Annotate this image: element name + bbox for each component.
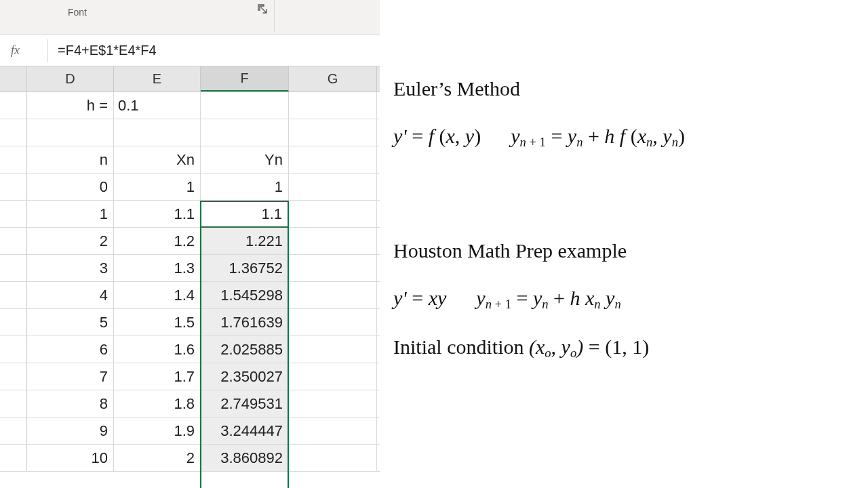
cell-xn[interactable]: 1.4	[114, 282, 201, 308]
table-row: 3 1.3 1.36752	[0, 255, 380, 282]
cell-xn[interactable]: 1.1	[114, 201, 201, 227]
row-header[interactable]	[0, 201, 27, 227]
row-header[interactable]	[0, 309, 27, 336]
cell-n[interactable]: 3	[27, 255, 114, 281]
cell[interactable]	[289, 228, 377, 254]
cell-grid[interactable]: h = 0.1 n Xn Yn 0 1 1 1	[0, 92, 380, 472]
cell-yn[interactable]: 3.244447	[201, 418, 289, 444]
cell-n[interactable]: 10	[27, 445, 114, 471]
cell[interactable]	[289, 445, 377, 471]
cell[interactable]	[289, 201, 377, 227]
grid-row	[0, 119, 380, 146]
column-header-F[interactable]: F	[201, 66, 289, 92]
row-header[interactable]	[0, 282, 27, 308]
cell-yn[interactable]: 2.350027	[201, 363, 289, 390]
cell-n[interactable]: 2	[27, 228, 114, 254]
example-equations: y' = xy yn + 1 = yn + h xn yn	[393, 287, 868, 312]
cell-xn[interactable]: 1.7	[114, 363, 201, 390]
column-header-G[interactable]: G	[289, 66, 377, 92]
initial-label: Initial condition	[393, 336, 529, 358]
cell[interactable]: h =	[27, 92, 114, 119]
ribbon-separator	[274, 0, 275, 32]
row-header[interactable]	[0, 174, 27, 200]
example-title: Houston Math Prep example	[393, 239, 868, 262]
cell-yn[interactable]: 3.860892	[201, 445, 289, 471]
row-header[interactable]	[0, 255, 27, 281]
cell[interactable]	[201, 119, 289, 146]
cell[interactable]	[289, 255, 377, 281]
row-header[interactable]	[0, 92, 27, 119]
cell[interactable]	[289, 174, 377, 200]
grid-row: n Xn Yn	[0, 146, 380, 174]
table-row: 7 1.7 2.350027	[0, 363, 380, 390]
cell[interactable]: 0.1	[114, 92, 201, 119]
cell-header-n[interactable]: n	[27, 146, 114, 173]
cell-n[interactable]: 0	[27, 174, 114, 200]
cell-xn[interactable]: 1.5	[114, 309, 201, 336]
cell-xn[interactable]: 1.6	[114, 336, 201, 363]
table-row: 9 1.9 3.244447	[0, 418, 380, 445]
cell-n[interactable]: 4	[27, 282, 114, 308]
row-header[interactable]	[0, 445, 27, 471]
row-header[interactable]	[0, 363, 27, 390]
table-row: 5 1.5 1.761639	[0, 309, 380, 336]
cell-yn[interactable]: 1.761639	[201, 309, 289, 336]
row-header[interactable]	[0, 146, 27, 173]
grid-row: h = 0.1	[0, 92, 380, 119]
cell[interactable]	[114, 119, 201, 146]
cell-yn[interactable]: 2.025885	[201, 336, 289, 363]
cell-xn[interactable]: 2	[114, 445, 201, 471]
row-header[interactable]	[0, 390, 27, 417]
notes-general-equations: y' = f (x, y) yn + 1 = yn + h f (xn, yn)	[393, 125, 868, 150]
row-header[interactable]	[0, 119, 27, 146]
cell-xn[interactable]: 1	[114, 174, 201, 200]
cell-header-yn[interactable]: Yn	[201, 146, 289, 173]
cell-yn[interactable]: 1.545298	[201, 282, 289, 308]
cell[interactable]	[289, 309, 377, 336]
row-header[interactable]	[0, 336, 27, 363]
cell-n[interactable]: 1	[27, 201, 114, 227]
cell-n[interactable]: 8	[27, 390, 114, 417]
notes-title: Euler’s Method	[393, 77, 868, 100]
ribbon-group-font-label: Font	[68, 7, 87, 18]
ribbon-tail: Font	[0, 0, 380, 35]
cell-n[interactable]: 9	[27, 418, 114, 444]
select-all-corner[interactable]	[0, 66, 27, 92]
cell-header-xn[interactable]: Xn	[114, 146, 201, 173]
cell-yn[interactable]: 1.221	[201, 228, 289, 254]
cell-yn[interactable]: 1	[201, 174, 289, 200]
cell[interactable]	[289, 119, 377, 146]
cell-xn[interactable]: 1.2	[114, 228, 201, 254]
initial-condition: Initial condition (xo, yo) = (1, 1)	[393, 336, 868, 361]
cell-yn[interactable]: 1.1	[201, 201, 289, 227]
cell[interactable]	[289, 336, 377, 363]
cell[interactable]	[289, 390, 377, 417]
ode-general: y' = f (x, y)	[393, 125, 481, 150]
cell-yn[interactable]: 1.36752	[201, 255, 289, 281]
cell[interactable]	[289, 363, 377, 390]
cell-n[interactable]: 5	[27, 309, 114, 336]
cell-xn[interactable]: 1.8	[114, 390, 201, 417]
cell[interactable]	[289, 146, 377, 173]
insert-function-icon[interactable]: fx	[7, 43, 47, 58]
row-header[interactable]	[0, 418, 27, 444]
table-row: 4 1.4 1.545298	[0, 282, 380, 309]
cell[interactable]	[289, 418, 377, 444]
cell-yn[interactable]: 2.749531	[201, 390, 289, 417]
cell-n[interactable]: 6	[27, 336, 114, 363]
formula-input[interactable]	[48, 43, 380, 58]
cell-n[interactable]: 7	[27, 363, 114, 390]
row-header[interactable]	[0, 228, 27, 254]
column-header-D[interactable]: D	[27, 66, 114, 92]
cell-xn[interactable]: 1.3	[114, 255, 201, 281]
cell[interactable]	[27, 119, 114, 146]
cell[interactable]	[289, 92, 377, 119]
dialog-launcher-icon[interactable]	[256, 3, 269, 15]
table-row: 0 1 1	[0, 174, 380, 201]
cell-xn[interactable]: 1.9	[114, 418, 201, 444]
column-headers: D E F G	[0, 66, 380, 92]
cell[interactable]	[289, 282, 377, 308]
table-row: 2 1.2 1.221	[0, 228, 380, 255]
cell[interactable]	[201, 92, 289, 119]
column-header-E[interactable]: E	[114, 66, 201, 92]
